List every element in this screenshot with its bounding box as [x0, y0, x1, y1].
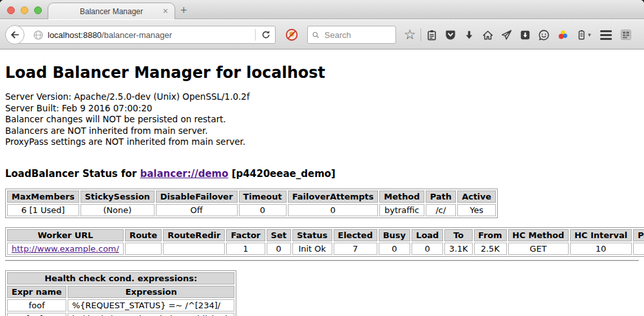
col-expression: Expression [68, 286, 235, 298]
search-icon [312, 30, 320, 40]
paper-plane-icon [500, 29, 513, 41]
table-row: foof2 hc('body') =~ /domain is establish… [7, 313, 234, 316]
col-stickysession: StickySession [80, 191, 155, 203]
square-download-icon [519, 29, 531, 41]
back-arrow-icon [9, 29, 21, 41]
cell-from: 2.5K [474, 243, 507, 255]
worker-status-table: Worker URL Route RouteRedir Factor Set S… [5, 227, 644, 257]
table-row: foof %{REQUEST_STATUS} =~ /^[234]/ [7, 299, 234, 311]
proxypass-notice-line: ProxyPass settings are NOT inherited fro… [5, 136, 639, 148]
tab-balancer-manager[interactable]: Balancer Manager × [48, 3, 175, 19]
cell-active: Yes [457, 204, 496, 216]
pocket-button[interactable] [441, 26, 460, 44]
table-header-row: Expr name Expression [7, 286, 234, 298]
search-input[interactable] [323, 30, 392, 41]
cell-routeredir [163, 243, 225, 255]
cell-disablefailover: Off [156, 204, 238, 216]
page-title: Load Balancer Manager for localhost [5, 64, 639, 82]
worker-url-link[interactable]: http://www.example.com/ [12, 244, 119, 254]
cell-to: 3.1K [444, 243, 472, 255]
url-bar[interactable]: localhost:8880/balancer-manager [15, 26, 276, 44]
cell-busy: 0 [379, 243, 410, 255]
col-set: Set [267, 229, 291, 241]
globe-icon [33, 30, 44, 41]
toolbar-icons: ☆ [401, 25, 632, 44]
cell-set: 0 [267, 243, 291, 255]
new-tab-button[interactable]: + [180, 4, 187, 17]
cell-path: /c/ [426, 204, 456, 216]
menu-button[interactable] [600, 30, 612, 40]
cell-elected: 7 [334, 243, 377, 255]
col-timeout: Timeout [239, 191, 287, 203]
smiley-icon [538, 29, 550, 41]
col-from: From [474, 229, 507, 241]
back-button[interactable] [5, 25, 24, 44]
col-failoverattempts: FailoverAttempts [288, 191, 379, 203]
grid-extension-button[interactable] [620, 28, 632, 41]
downloads-button[interactable] [460, 26, 478, 44]
reload-button[interactable] [257, 26, 275, 43]
tab-title: Balancer Manager [80, 7, 143, 16]
browser-window: Balancer Manager × + localhost:8880/bala… [0, 0, 644, 316]
col-method: Method [379, 191, 424, 203]
cell-maxmembers: 6 [1 Used] [7, 204, 79, 216]
cell-hc-method: GET [508, 243, 569, 255]
cell-hc-interval: 10 [570, 243, 632, 255]
cell-passes: 1 (0) [633, 243, 644, 255]
window-close-button[interactable] [7, 6, 15, 14]
video-download-button[interactable] [516, 26, 535, 44]
cell-failoverattempts: 0 [288, 204, 379, 216]
window-minimize-button[interactable] [21, 6, 28, 14]
bookmark-star-button[interactable]: ☆ [401, 26, 419, 44]
home-icon [482, 29, 494, 41]
cell-status: Init Ok [292, 243, 332, 255]
col-disablefailover: DisableFailover [156, 191, 238, 203]
cell-expr-name: foof [7, 299, 66, 311]
send-tab-button[interactable] [497, 26, 516, 44]
cell-timeout: 0 [239, 204, 287, 216]
clipboard-icon [426, 29, 438, 41]
col-busy: Busy [379, 229, 410, 241]
col-passes: Passes [633, 229, 644, 241]
battery-container-icon [576, 29, 587, 41]
server-built-line: Server Built: Feb 9 2016 07:00:20 [5, 103, 639, 115]
table-row: http://www.example.com/ 1 0 Init Ok 7 0 … [7, 243, 644, 255]
col-load: Load [412, 229, 443, 241]
balancer-status-heading: LoadBalancer Status for balancer://demo … [5, 168, 639, 180]
home-button[interactable] [478, 26, 497, 44]
feedback-smiley-button[interactable] [535, 26, 553, 44]
tab-close-icon[interactable]: × [163, 6, 168, 16]
cell-method: bytraffic [379, 204, 424, 216]
col-expr-name: Expr name [7, 286, 66, 298]
url-path: /balancer-manager [102, 30, 172, 40]
col-elected: Elected [334, 229, 377, 241]
server-info: Server Version: Apache/2.5.0-dev (Unix) … [5, 91, 639, 148]
blocked-plugin-button[interactable] [283, 26, 300, 43]
col-hc-method: HC Method [508, 229, 569, 241]
col-status: Status [292, 229, 332, 241]
colored-dots-icon [556, 29, 569, 41]
cell-worker-url: http://www.example.com/ [7, 243, 124, 255]
reading-list-button[interactable] [422, 26, 441, 44]
balancer-demo-link[interactable]: balancer://demo [140, 168, 228, 180]
grid-icon [620, 28, 632, 41]
page-content: Load Balancer Manager for localhost Serv… [0, 50, 644, 316]
col-route: Route [125, 229, 162, 241]
table-header-row: Worker URL Route RouteRedir Factor Set S… [7, 229, 644, 241]
col-factor: Factor [226, 229, 265, 241]
col-maxmembers: MaxMembers [7, 191, 79, 203]
col-hc-interval: HC Interval [570, 229, 632, 241]
cell-expression: %{REQUEST_STATUS} =~ /^[234]/ [68, 299, 235, 311]
chevron-down-icon[interactable]: ▾ [588, 32, 591, 38]
window-zoom-button[interactable] [34, 6, 42, 14]
toolbar-divider [421, 28, 421, 41]
col-worker-url: Worker URL [7, 229, 124, 241]
color-dots-extension-button[interactable] [553, 26, 572, 44]
cell-stickysession: (None) [80, 204, 155, 216]
star-icon: ☆ [404, 28, 416, 41]
balancer-status-table: MaxMembers StickySession DisableFailover… [5, 189, 498, 218]
col-to: To [444, 229, 472, 241]
health-check-table: Health check cond. expressions: Expr nam… [5, 270, 236, 316]
search-bar[interactable] [307, 26, 396, 44]
col-path: Path [426, 191, 456, 203]
